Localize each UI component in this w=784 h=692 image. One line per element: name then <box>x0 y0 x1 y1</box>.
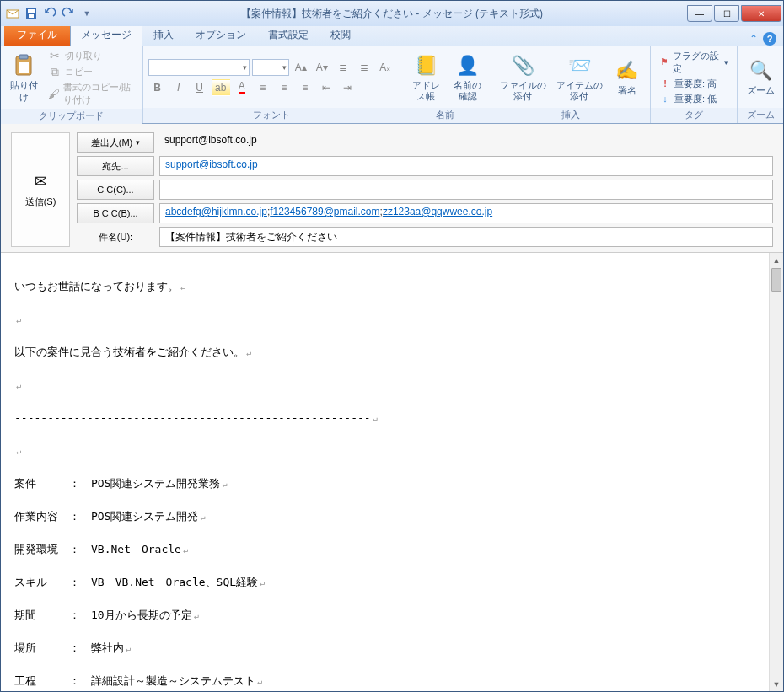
cut-button[interactable]: ✂切り取り <box>45 48 137 63</box>
group-zoom-label: ズーム <box>738 108 783 123</box>
shrink-font-icon[interactable]: A▾ <box>313 59 331 76</box>
from-value: support@ibsoft.co.jp <box>159 132 773 153</box>
indent-increase-icon[interactable]: ⇥ <box>338 79 357 96</box>
bcc-field[interactable]: abcdefg@hijklmn.co.jp; f123456789@pmail.… <box>159 203 773 223</box>
signature-button[interactable]: ✍ 署名 <box>609 56 645 98</box>
qat-chevron-down-icon[interactable]: ▼ <box>78 5 95 22</box>
group-clipboard-label: クリップボード <box>1 109 142 124</box>
ribbon-tabs: ファイル メッセージ 挿入 オプション 書式設定 校閲 ⌃ ? <box>1 26 783 46</box>
align-right-icon[interactable]: ≡ <box>296 79 314 96</box>
tab-file[interactable]: ファイル <box>4 24 70 46</box>
maximize-button[interactable]: ☐ <box>714 5 739 22</box>
attach-file-button[interactable]: 📎 ファイルの 添付 <box>497 51 550 104</box>
tab-options[interactable]: オプション <box>185 24 257 46</box>
copy-icon: ⧉ <box>48 65 62 78</box>
exclamation-icon: ! <box>659 78 671 89</box>
cc-field[interactable] <box>159 180 773 200</box>
arrow-down-icon: ↓ <box>659 93 671 105</box>
attach-item-button[interactable]: 📨 アイテムの 添付 <box>553 51 606 104</box>
compose-window: ▼ 【案件情報】技術者をご紹介ください - メッセージ (テキスト形式) — ☐… <box>0 0 784 692</box>
bullets-icon[interactable]: ≣ <box>334 59 352 76</box>
tab-insert[interactable]: 挿入 <box>142 24 185 46</box>
tab-message[interactable]: メッセージ <box>70 24 142 46</box>
italic-icon[interactable]: I <box>169 79 188 96</box>
bcc-button[interactable]: B C C(B)... <box>77 203 154 223</box>
quick-access-toolbar: ▼ <box>1 5 95 22</box>
scroll-down-icon[interactable]: ▼ <box>770 677 783 691</box>
underline-icon[interactable]: U <box>191 79 209 96</box>
group-font-label: フォント <box>143 108 400 123</box>
address-book-icon: 📒 <box>412 52 439 79</box>
attach-item-icon: 📨 <box>566 52 593 79</box>
zoom-button[interactable]: 🔍 ズーム <box>743 56 778 98</box>
close-button[interactable]: ✕ <box>741 5 781 22</box>
grow-font-icon[interactable]: A▴ <box>292 59 310 76</box>
scroll-thumb[interactable] <box>771 268 781 292</box>
clipboard-icon <box>10 52 37 79</box>
group-tags-label: タグ <box>651 108 737 123</box>
message-body-container: いつもお世話になっております。 以下の案件に見合う技術者をご紹介ください。 --… <box>1 253 783 691</box>
font-color-icon[interactable]: A <box>233 79 251 96</box>
svg-rect-3 <box>29 14 34 18</box>
send-button[interactable]: ✉ 送信(S) <box>11 132 70 247</box>
to-field[interactable]: support@ibsoft.co.jp <box>159 156 773 176</box>
importance-low-button[interactable]: ↓重要度: 低 <box>656 92 732 106</box>
font-size-combo[interactable] <box>252 59 289 76</box>
align-center-icon[interactable]: ≡ <box>275 79 293 96</box>
format-painter-button[interactable]: 🖌書式のコピー/貼り付け <box>45 80 137 107</box>
save-icon[interactable] <box>23 5 40 22</box>
titlebar: ▼ 【案件情報】技術者をご紹介ください - メッセージ (テキスト形式) — ☐… <box>1 1 783 26</box>
tab-format[interactable]: 書式設定 <box>257 24 320 46</box>
paperclip-icon: 📎 <box>509 52 536 79</box>
zoom-icon: 🔍 <box>747 57 774 84</box>
svg-rect-2 <box>28 9 35 13</box>
tab-review[interactable]: 校閲 <box>320 24 362 46</box>
group-include-label: 挿入 <box>491 108 650 123</box>
bold-icon[interactable]: B <box>148 79 167 96</box>
follow-up-button[interactable]: ⚑フラグの設定▾ <box>656 49 732 76</box>
subject-label: 件名(U): <box>77 231 154 244</box>
paste-button[interactable]: 貼り付け <box>6 51 41 104</box>
app-icon[interactable] <box>4 5 21 22</box>
align-left-icon[interactable]: ≡ <box>254 79 272 96</box>
vertical-scrollbar[interactable]: ▲ ▼ <box>769 253 783 691</box>
check-names-icon: 👤 <box>454 52 481 79</box>
subject-field[interactable] <box>159 227 773 247</box>
check-names-button[interactable]: 👤 名前の 確認 <box>450 51 486 104</box>
group-names-label: 名前 <box>400 108 491 123</box>
redo-icon[interactable] <box>60 5 77 22</box>
copy-button[interactable]: ⧉コピー <box>45 64 137 79</box>
flag-icon: ⚑ <box>659 56 669 68</box>
clear-format-icon[interactable]: Aₓ <box>376 59 395 76</box>
address-book-button[interactable]: 📒 アドレス帳 <box>405 51 447 104</box>
font-family-combo[interactable] <box>148 59 250 76</box>
scroll-up-icon[interactable]: ▲ <box>770 253 783 267</box>
cc-button[interactable]: C C(C)... <box>77 180 154 200</box>
importance-high-button[interactable]: !重要度: 高 <box>656 77 732 91</box>
ribbon: 貼り付け ✂切り取り ⧉コピー 🖌書式のコピー/貼り付け クリップボード A▴ … <box>1 46 783 124</box>
send-icon: ✉ <box>35 172 47 190</box>
highlight-icon[interactable]: ab <box>212 79 230 96</box>
minimize-ribbon-icon[interactable]: ⌃ <box>749 33 758 45</box>
undo-icon[interactable] <box>41 5 58 22</box>
indent-decrease-icon[interactable]: ⇤ <box>317 79 336 96</box>
window-controls: — ☐ ✕ <box>687 5 783 22</box>
message-body[interactable]: いつもお世話になっております。 以下の案件に見合う技術者をご紹介ください。 --… <box>1 253 769 691</box>
svg-rect-5 <box>19 55 28 59</box>
window-title: 【案件情報】技術者をご紹介ください - メッセージ (テキスト形式) <box>241 7 543 21</box>
from-button[interactable]: 差出人(M)▾ <box>77 132 154 153</box>
scissors-icon: ✂ <box>48 49 62 62</box>
message-header: ✉ 送信(S) 差出人(M)▾ support@ibsoft.co.jp 宛先.… <box>1 124 783 253</box>
brush-icon: 🖌 <box>48 87 60 100</box>
signature-icon: ✍ <box>614 57 641 84</box>
help-icon[interactable]: ? <box>763 32 776 46</box>
svg-rect-6 <box>19 62 29 73</box>
minimize-button[interactable]: — <box>687 5 712 22</box>
to-button[interactable]: 宛先... <box>77 156 154 176</box>
numbering-icon[interactable]: ≣ <box>355 59 373 76</box>
